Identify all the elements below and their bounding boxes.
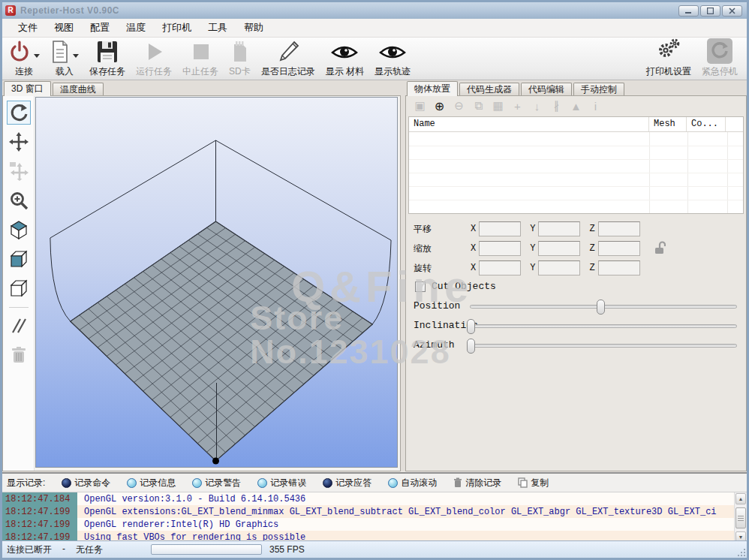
azimuth-slider[interactable] [470, 344, 737, 348]
column-extra [726, 117, 743, 131]
column-name[interactable]: Name [409, 117, 649, 131]
log-timestamp: 18:12:47.199 [2, 518, 77, 531]
run-job-button[interactable]: 运行任务 [131, 39, 176, 79]
log-message: OpenGL version:3.1.0 - Build 6.14.10.543… [77, 494, 734, 504]
parallel-projection-button[interactable] [7, 314, 31, 338]
scale-row: 缩放 X Y Z [414, 240, 741, 257]
split-object-icon[interactable]: ∦ [550, 99, 563, 113]
inclination-slider-thumb[interactable] [467, 319, 475, 334]
trash-icon [9, 345, 29, 365]
menu-temperature[interactable]: 温度 [118, 19, 154, 37]
position-slider[interactable] [470, 305, 737, 309]
emergency-stop-button[interactable]: 紧急停机 [697, 39, 742, 79]
zoom-view-button[interactable] [7, 188, 31, 212]
toggle-log-commands[interactable]: 记录命令 [62, 477, 110, 489]
object-table-body[interactable] [409, 132, 743, 213]
tab-object-placement[interactable]: 物体放置 [407, 81, 458, 96]
scale-lock-button[interactable] [654, 241, 666, 257]
connect-dropdown-icon[interactable] [34, 54, 40, 58]
menu-printer[interactable]: 打印机 [154, 19, 200, 37]
maximize-icon [707, 8, 714, 14]
app-logo-icon: R [5, 5, 16, 16]
rotate-y-input[interactable] [538, 260, 580, 275]
axis-x-label: X [471, 224, 476, 234]
scale-x-input[interactable] [479, 241, 521, 256]
tab-3d-view[interactable]: 3D 窗口 [4, 81, 51, 96]
resize-grip[interactable] [735, 546, 746, 557]
translate-z-input[interactable] [598, 221, 640, 236]
translate-label: 平移 [414, 223, 471, 236]
save-objects-icon[interactable]: ▣ [414, 99, 426, 113]
minimize-icon [685, 8, 692, 14]
log-row: 18:12:47.184 OpenGL version:3.1.0 - Buil… [2, 492, 734, 505]
toggle-autoscroll[interactable]: 自动滚动 [388, 477, 437, 489]
menu-config[interactable]: 配置 [82, 19, 118, 37]
toggle-log-info[interactable]: 记录信息 [127, 477, 176, 489]
isometric-view-button[interactable] [7, 218, 31, 242]
axis-y-label: Y [530, 243, 535, 254]
scale-y-input[interactable] [538, 241, 580, 256]
delete-object-button[interactable] [7, 343, 31, 367]
clear-log-button[interactable]: 清除记录 [453, 477, 501, 489]
column-mesh[interactable]: Mesh [649, 117, 687, 131]
object-placement-panel: ▣ ⊕ ⊖ ⧉ ▦ + ↓ ∦ ▲ i Name Mesh Co... [405, 95, 747, 471]
menu-view[interactable]: 视图 [46, 19, 82, 37]
log-row: 18:12:47.199 OpenGL extensions:GL_EXT_bl… [2, 505, 734, 518]
show-filament-button[interactable]: 显示 材料 [321, 39, 368, 79]
pencil-icon [276, 40, 300, 64]
tab-gcode-editor[interactable]: 代码编辑 [521, 83, 572, 95]
sd-card-button[interactable]: SD卡 [224, 39, 255, 79]
object-info-icon[interactable]: i [589, 100, 602, 113]
center-object-icon[interactable]: + [511, 100, 524, 113]
rotate-z-input[interactable] [598, 260, 640, 275]
scroll-up-button[interactable]: ▲ [735, 493, 746, 504]
menu-tools[interactable]: 工具 [200, 19, 236, 37]
minimize-button[interactable] [678, 5, 699, 17]
copy-object-icon[interactable]: ⧉ [472, 99, 485, 113]
cut-objects-checkbox[interactable] [415, 282, 426, 292]
drop-object-icon[interactable]: ↓ [531, 100, 543, 113]
load-button[interactable]: 载入 [46, 39, 83, 79]
azimuth-slider-thumb[interactable] [467, 339, 475, 354]
toggle-log-ack[interactable]: 记录应答 [323, 477, 371, 489]
translate-y-input[interactable] [538, 221, 580, 236]
menu-file[interactable]: 文件 [10, 19, 46, 37]
axis-y-label: Y [530, 263, 535, 273]
maximize-button[interactable] [700, 5, 720, 17]
top-view-button[interactable] [7, 276, 31, 300]
rotate-x-input[interactable] [479, 260, 521, 275]
menu-help[interactable]: 帮助 [236, 19, 272, 37]
log-scrollbar[interactable]: ▲ ▼ [734, 492, 747, 543]
rotate-view-button[interactable] [7, 101, 31, 125]
kill-job-button[interactable]: 中止任务 [178, 39, 223, 79]
autoposition-icon[interactable]: ▦ [492, 99, 504, 113]
analyze-object-icon[interactable]: ▲ [570, 100, 582, 113]
load-dropdown-icon[interactable] [73, 54, 79, 58]
scroll-thumb[interactable] [735, 507, 746, 528]
close-button[interactable] [722, 5, 742, 17]
copy-log-button[interactable]: 复制 [518, 477, 549, 489]
front-view-button[interactable] [7, 247, 31, 271]
translate-x-input[interactable] [479, 221, 521, 236]
view-3d-container [2, 95, 401, 471]
tab-manual-control[interactable]: 手动控制 [573, 83, 624, 95]
move-object-button[interactable] [7, 159, 31, 183]
printer-settings-button[interactable]: 打印机设置 [642, 39, 696, 79]
show-travel-button[interactable]: 显示轨迹 [370, 39, 415, 79]
toggle-log-errors[interactable]: 记录错误 [257, 477, 306, 489]
tab-gcode-generator[interactable]: 代码生成器 [459, 83, 519, 95]
scale-z-input[interactable] [598, 241, 640, 256]
save-job-button[interactable]: 保存任务 [85, 39, 130, 79]
toggle-log-warnings[interactable]: 记录警告 [192, 477, 241, 489]
toggle-log-button[interactable]: 是否日志记录 [257, 39, 320, 79]
move-object-icon [9, 161, 29, 181]
tab-temperature-curve[interactable]: 温度曲线 [53, 83, 104, 95]
add-object-icon[interactable]: ⊕ [433, 99, 446, 113]
column-color[interactable]: Co... [687, 117, 726, 131]
print-bed-viewport[interactable] [35, 97, 398, 468]
inclination-slider[interactable] [470, 324, 737, 328]
remove-object-icon[interactable]: ⊖ [453, 99, 465, 113]
position-slider-thumb[interactable] [597, 300, 605, 315]
connect-button[interactable]: 连接 [4, 39, 44, 79]
move-view-button[interactable] [7, 130, 31, 154]
